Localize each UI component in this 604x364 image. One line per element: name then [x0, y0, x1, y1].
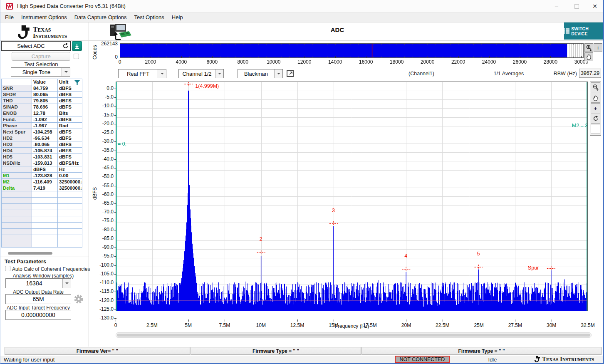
table-row[interactable]: HD3-80.065dBFS [2, 141, 82, 148]
filter-funnel-icon[interactable] [74, 79, 80, 87]
fft-x-tick-label: 27.5M [500, 322, 530, 328]
refresh-icon[interactable] [60, 42, 70, 50]
time-x-tick-label: 28000 [536, 59, 565, 65]
sidebar-table-scrollbar[interactable] [8, 252, 52, 255]
fft-pan-hand-icon[interactable] [591, 93, 600, 103]
chevron-down-icon[interactable] [62, 279, 71, 288]
table-row[interactable] [2, 191, 82, 198]
table-row[interactable]: Delta7.41932500000.0 [2, 185, 82, 191]
table-row[interactable]: M1-123.8280.00 [2, 173, 82, 179]
time-x-tick-label: 20000 [413, 59, 442, 65]
fft-y-tick-label: -25.0 [94, 129, 114, 135]
table-row[interactable]: SFDR80.065dBFS [2, 92, 82, 98]
device-connection-icon [110, 24, 131, 43]
fft-x-tick-label: 32.5M [573, 322, 602, 328]
table-row[interactable]: Next Spur-104.298dBFS [2, 129, 82, 135]
time-zoom-icon[interactable] [584, 43, 593, 52]
fft-x-tick-label: 10M [246, 322, 275, 328]
auto-calc-label: Auto Calc of Coherent Frequencies [12, 266, 90, 272]
fft-zoom-icon[interactable] [591, 82, 600, 92]
auto-calc-checkbox[interactable] [5, 266, 10, 271]
table-row[interactable] [2, 204, 82, 210]
capture-button[interactable]: Capture [12, 52, 70, 61]
fft-y-tick-label: -20.0 [94, 121, 114, 126]
fft-type-dropdown[interactable]: Real FFT [118, 69, 166, 78]
table-row[interactable] [2, 235, 82, 241]
chevron-down-icon[interactable] [158, 69, 166, 78]
time-domain-plot[interactable] [120, 43, 584, 58]
download-ini-button[interactable] [72, 41, 82, 51]
app-window: High Speed Data Converter Pro v5.31 (64B… [0, 0, 604, 364]
fft-h-scrollbar[interactable] [116, 332, 592, 338]
fft-x-axis-title: Frequency (Hz) [323, 323, 381, 329]
fft-toolbar: + [590, 82, 601, 136]
output-rate-input[interactable]: 65M [5, 294, 71, 304]
menu-instrument-options[interactable]: Instrument Options [17, 12, 71, 22]
channel-dropdown[interactable]: Channel 1/2 [178, 69, 224, 78]
select-adc-dropdown[interactable]: Select ADC [1, 41, 71, 51]
fft-y-tick-label: -30.0 [94, 138, 114, 144]
table-row[interactable]: HD5-103.831dBFS [2, 154, 82, 160]
table-row[interactable]: THD79.805dBFS [2, 98, 82, 104]
table-row[interactable]: HD4-105.874dBFS [2, 148, 82, 154]
table-row[interactable]: Phase-1.967Rad [2, 123, 82, 129]
fft-crosshair-icon[interactable]: + [591, 103, 600, 113]
window-fn-dropdown[interactable]: Blackman [238, 69, 283, 78]
switch-device-button[interactable]: SWITCH DEVICE [564, 22, 604, 40]
table-row[interactable] [2, 241, 82, 248]
time-pan-hand-icon[interactable] [584, 52, 593, 61]
table-row[interactable]: HD2-96.634dBFS [2, 135, 82, 141]
fft-y-tick-label: -110.0 [94, 280, 114, 285]
fft-color-swatch[interactable] [591, 124, 600, 134]
table-row[interactable] [2, 210, 82, 216]
table-row[interactable]: NSD/Hz-159.813dBFS/Hz [2, 160, 82, 166]
table-row[interactable]: SINAD78.696dBFS [2, 104, 82, 110]
table-row[interactable]: M2-116.40932500000.0 [2, 179, 82, 185]
table-row[interactable]: dBFSHz [2, 166, 82, 173]
menu-file[interactable]: File [1, 12, 17, 22]
maximize-button[interactable] [567, 0, 586, 12]
test-selection-dropdown[interactable]: Single Tone [11, 67, 70, 77]
ti-logo-text-line2: Instruments [33, 33, 67, 39]
table-row[interactable] [2, 229, 82, 235]
menu-help[interactable]: Help [168, 12, 187, 22]
fft-y-tick-label: -55.0 [94, 183, 114, 188]
fft-h-scrollbar-thumb[interactable] [117, 334, 590, 337]
gear-icon[interactable] [74, 294, 84, 306]
test-selection-value: Single Tone [11, 68, 62, 76]
cursor-m2-label: M2 = 3 [572, 123, 588, 129]
table-row[interactable] [2, 198, 82, 204]
table-row[interactable]: Fund.-1.092dBFS [2, 116, 82, 123]
table-row[interactable] [2, 216, 82, 223]
test-selection-label: Test Selection [0, 61, 82, 67]
fft-y-tick-label: -90.0 [94, 244, 114, 250]
menu-test-options[interactable]: Test Options [131, 12, 168, 22]
fft-reset-icon[interactable] [591, 114, 600, 124]
close-button[interactable]: ✕ [585, 0, 604, 12]
input-freq-input[interactable]: 0.000000000 [5, 310, 71, 320]
table-row[interactable] [2, 223, 82, 229]
menu-data-capture-options[interactable]: Data Capture Options [71, 12, 131, 22]
connection-status-badge: NOT CONNECTED [395, 356, 450, 363]
popout-icon[interactable] [287, 70, 294, 77]
menu-bar: FileInstrument OptionsData Capture Optio… [0, 12, 604, 22]
chevron-down-icon[interactable] [62, 68, 70, 76]
list-icon [564, 28, 569, 34]
fft-y-tick-label: -125.0 [94, 306, 114, 312]
fft-plot[interactable]: = 0, M2 = 3 [116, 82, 588, 311]
chevron-down-icon[interactable] [274, 69, 282, 78]
time-crosshair-icon[interactable]: + [594, 43, 602, 52]
capture-checkbox[interactable] [74, 54, 79, 59]
time-x-tick-label: 0 [105, 59, 134, 65]
minimize-button[interactable]: – [547, 0, 566, 12]
results-table: ValueUnitSNR84.759dBFSSFDR80.065dBFSTHD7… [1, 79, 82, 248]
analysis-window-dropdown[interactable]: 16384 [5, 278, 71, 288]
fft-y-tick-label: -130.0 [94, 315, 114, 321]
time-x-tick-label: 22000 [444, 59, 473, 65]
table-row[interactable]: ENOB12.78Bits [2, 110, 82, 116]
time-x-tick-label: 26000 [505, 59, 535, 65]
chevron-down-icon[interactable] [215, 69, 223, 78]
sidebar-separator [0, 257, 89, 258]
table-row[interactable]: SNR84.759dBFS [2, 85, 82, 92]
fft-y-tick-label: -95.0 [94, 253, 114, 259]
